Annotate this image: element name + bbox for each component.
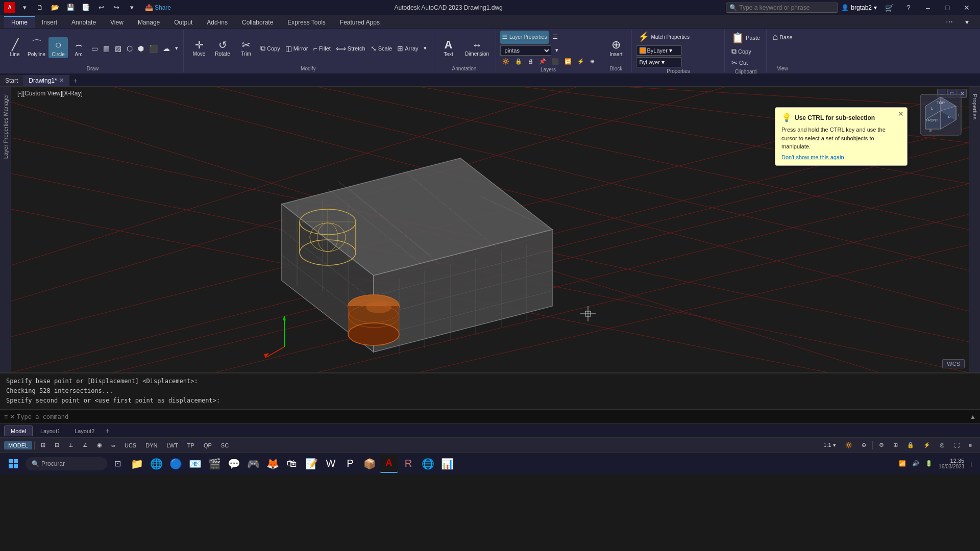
view-cube-svg[interactable]: TOP FRONT R L E S: [918, 92, 964, 138]
tab-express[interactable]: Express Tools: [280, 16, 332, 28]
modify-expand-btn[interactable]: ▾: [422, 43, 429, 54]
app-close-btn[interactable]: ✕: [958, 2, 976, 14]
osnap-toggle[interactable]: ◉: [93, 441, 106, 449]
model-space-btn[interactable]: MODEL: [4, 441, 32, 449]
ribbon-pin[interactable]: ▾: [958, 15, 976, 28]
cmd-expand-icon[interactable]: ▲: [970, 413, 976, 420]
taskbar-file-explorer[interactable]: 📁: [128, 455, 146, 473]
tp-toggle[interactable]: TP: [183, 441, 199, 449]
taskbar-mail[interactable]: 📧: [186, 455, 204, 473]
clipboard-copy-btn[interactable]: ⧉ Copy: [729, 46, 753, 57]
tab-output[interactable]: Output: [167, 16, 200, 28]
layer-manager-btn[interactable]: ☰: [551, 33, 560, 41]
tab-home[interactable]: Home: [4, 16, 35, 28]
layer-properties-btn[interactable]: ≡ Layer Properties: [500, 31, 549, 44]
taskbar-autocad[interactable]: A: [380, 455, 398, 473]
viewport[interactable]: [-][Custom View][X-Ray]: [11, 87, 969, 372]
minimize-btn[interactable]: 🛒: [880, 2, 898, 14]
ortho-toggle[interactable]: ⊥: [64, 441, 78, 449]
user-area[interactable]: 👤 brgtab2 ▾: [841, 4, 877, 11]
right-properties-panel[interactable]: Properties: [969, 87, 980, 372]
left-properties-panel[interactable]: Layer Properties Manager: [0, 87, 11, 372]
arc-btn[interactable]: ⌢ Arc: [69, 37, 88, 58]
polar-toggle[interactable]: ∠: [79, 441, 92, 449]
mirror-btn[interactable]: ◫ Mirror: [283, 43, 310, 54]
start-button[interactable]: [2, 453, 24, 475]
rotate-btn[interactable]: ↺ Rotate: [211, 38, 234, 58]
match-properties-btn[interactable]: ⚡ Match Properties: [636, 31, 692, 44]
gradient-btn[interactable]: ▨: [113, 43, 124, 54]
qa-more-btn[interactable]: ▾: [126, 2, 138, 13]
layer-dropdown[interactable]: pintas: [500, 45, 551, 56]
share-btn[interactable]: 📤Share: [145, 4, 171, 11]
taskbar-discord[interactable]: 🎮: [244, 455, 262, 473]
file-menu[interactable]: ▾: [18, 2, 31, 13]
taskbar-store[interactable]: 🛍: [283, 455, 301, 473]
annotation-scale[interactable]: 1:1 ▾: [819, 441, 840, 449]
layout-tab-layout2[interactable]: Layout2: [68, 425, 101, 436]
copy-btn[interactable]: ⧉ Copy: [258, 43, 282, 54]
fillet-btn[interactable]: ⌐ Fillet: [311, 43, 332, 54]
taskbar-chrome[interactable]: 🌐: [147, 455, 165, 473]
annotation-visibility[interactable]: 🔆: [841, 441, 856, 449]
boundary-btn[interactable]: ⬡: [125, 43, 135, 54]
taskbar-winrar[interactable]: 📦: [360, 455, 379, 473]
taskbar-chrome2[interactable]: 🌐: [419, 455, 437, 473]
global-search-input[interactable]: [739, 4, 821, 11]
taskbar-netflix[interactable]: 🎬: [205, 455, 224, 473]
systray-volume[interactable]: 🔊: [910, 459, 921, 468]
systray-battery[interactable]: 🔋: [923, 459, 935, 468]
layer-btn-8[interactable]: ⊕: [588, 57, 597, 66]
lw-toggle[interactable]: LWT: [162, 441, 182, 449]
layout-tab-model[interactable]: Model: [4, 425, 33, 436]
otrack-toggle[interactable]: ∞: [107, 441, 119, 449]
trim-btn[interactable]: ✂ Trim: [235, 38, 257, 58]
isolate-objects-btn[interactable]: ◎: [936, 441, 949, 449]
layer-btn-6[interactable]: 🔁: [562, 57, 574, 66]
draw-expand-btn[interactable]: ▾: [173, 43, 180, 54]
linetype-select[interactable]: ByLayer ▾: [636, 57, 682, 67]
insert-btn[interactable]: ⊕ Insert: [605, 37, 627, 58]
tab-manage[interactable]: Manage: [131, 16, 167, 28]
layer-btn-1[interactable]: 🔆: [500, 57, 511, 66]
save-btn[interactable]: 💾: [64, 2, 77, 13]
layout-tab-layout1[interactable]: Layout1: [34, 425, 67, 436]
taskbar-word[interactable]: W: [322, 455, 340, 473]
layer-btn-5[interactable]: ⬛: [550, 57, 561, 66]
wipeout-btn[interactable]: ⬛: [147, 43, 160, 54]
qp-toggle[interactable]: QP: [200, 441, 216, 449]
taskbar-app1[interactable]: 📊: [438, 455, 456, 473]
customize-btn[interactable]: ≡: [965, 441, 976, 449]
cmd-close-icon[interactable]: ✕: [10, 413, 15, 420]
text-btn[interactable]: A Text: [436, 37, 461, 58]
taskbar-powerpoint[interactable]: P: [341, 455, 359, 473]
grid-toggle[interactable]: ⊞: [37, 441, 50, 449]
command-input-bar[interactable]: ≡ ✕ ▲: [0, 409, 980, 423]
systray-network[interactable]: 📶: [897, 459, 908, 468]
systray-show-desktop[interactable]: |: [968, 460, 974, 468]
wcs-label[interactable]: WCS: [942, 359, 965, 368]
lock-ui-btn[interactable]: 🔒: [903, 441, 918, 449]
redo-btn[interactable]: ↪: [110, 2, 122, 13]
hardware-btn[interactable]: ⚡: [919, 441, 935, 449]
save-as-btn[interactable]: 📑: [80, 2, 92, 13]
sc-toggle[interactable]: SC: [217, 441, 233, 449]
line-btn[interactable]: ╱ Line: [5, 37, 24, 58]
app-maximize-btn[interactable]: □: [938, 2, 957, 14]
viewport-nav[interactable]: TOP FRONT R L E S: [918, 92, 964, 139]
popup-close-btn[interactable]: ✕: [898, 110, 904, 118]
layer-dropdown-more[interactable]: ▾: [553, 46, 560, 55]
move-btn[interactable]: ✛ Move: [188, 38, 210, 58]
polyline-btn[interactable]: ⌒ Polyline: [26, 37, 47, 58]
base-btn[interactable]: ⌂ Base: [771, 31, 795, 43]
taskbar-notepad[interactable]: 📝: [302, 455, 321, 473]
taskbar-revit[interactable]: R: [399, 455, 418, 473]
ducs-toggle[interactable]: UCS: [120, 441, 140, 449]
systray-time[interactable]: 12:35 16/03/2023: [937, 457, 966, 470]
help-btn[interactable]: ?: [899, 2, 918, 14]
tab-insert[interactable]: Insert: [35, 16, 64, 28]
circle-btn[interactable]: ○ Circle: [48, 37, 68, 58]
dimension-btn[interactable]: ↔ Dimension: [462, 37, 493, 58]
add-layout-btn[interactable]: +: [102, 424, 112, 437]
color-select[interactable]: ByLayer ▾: [636, 45, 682, 56]
